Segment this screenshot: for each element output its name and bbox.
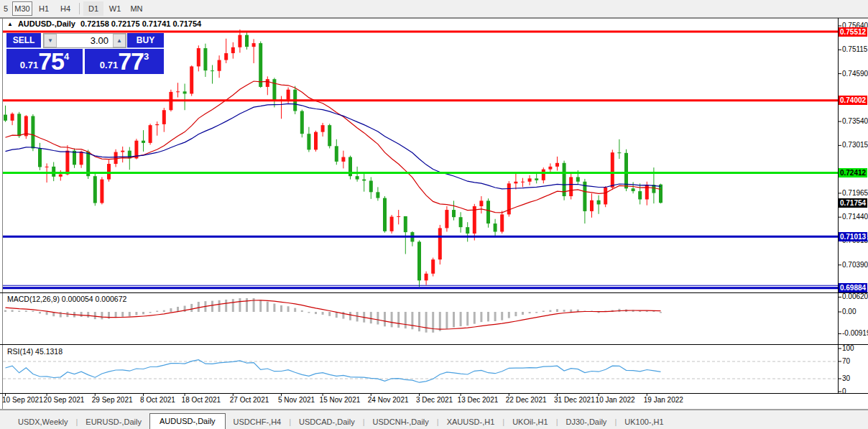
volume-input[interactable]: [57, 34, 113, 47]
price-tick-label: 0.71440: [842, 213, 868, 221]
buy-price-display[interactable]: 0.71 77 3: [85, 49, 164, 74]
toolbar-separator: [79, 3, 80, 14]
sell-price-prefix: 0.71: [20, 60, 38, 70]
rsi-tick-label: 70: [842, 357, 850, 365]
sell-price-pip: 4: [64, 51, 69, 62]
tab-usdcnh-daily[interactable]: USDCNH-,Daily: [365, 415, 437, 429]
tab-usdchf-h4[interactable]: USDCHF-,H4: [226, 415, 290, 429]
tab-audusd-daily[interactable]: AUDUSD-,Daily: [149, 413, 226, 429]
price-tick-label: 0.75115: [842, 45, 867, 53]
time-axis-label: 29 Sep 2021: [92, 396, 133, 404]
buy-button[interactable]: BUY: [127, 33, 164, 48]
buy-price-pip: 3: [144, 51, 149, 62]
symbol-label: AUDUSD-,Daily: [18, 19, 75, 28]
time-axis-label: 10 Sep 2021: [2, 396, 43, 404]
price-tick-label: 0.73015: [842, 141, 868, 149]
price-line-badge: 0.71013: [839, 232, 867, 241]
mt4-window: { "toolbar": { "timeframes": [ {"label":…: [0, 0, 868, 429]
macd-tick-label: -0.00919: [842, 329, 868, 337]
time-axis-label: 3 Dec 2021: [416, 396, 453, 404]
one-click-trade-panel: SELL ▼ ▲ BUY 0.71 75 4 0.71 77 3: [6, 33, 164, 74]
price-tick-label: 0.73540: [842, 117, 868, 125]
collapse-panel-icon[interactable]: ▲: [7, 21, 13, 27]
timeframe-button-mn[interactable]: MN: [126, 1, 147, 16]
time-axis-label: 10 Jan 2022: [596, 396, 635, 404]
timeframe-button-h1[interactable]: H1: [34, 1, 54, 16]
time-axis-label: 31 Dec 2021: [554, 396, 595, 404]
sell-price-display[interactable]: 0.71 75 4: [6, 49, 83, 74]
tab-xauusd-h1[interactable]: XAUUSD-,H1: [439, 415, 503, 429]
time-axis-label: 13 Dec 2021: [458, 396, 499, 404]
timeframe-toolbar: 5M30H1H4D1W1MN: [0, 0, 868, 18]
macd-label: MACD(12,26,9) 0.000054 0.000672: [7, 295, 126, 303]
buy-price-prefix: 0.71: [100, 60, 118, 70]
time-axis-label: 8 Oct 2021: [140, 396, 175, 404]
rsi-tick-label: 0: [842, 387, 846, 395]
rsi-tick-label: 100: [842, 344, 854, 352]
tab-eurusd-daily[interactable]: EURUSD-,Daily: [78, 415, 149, 429]
price-tick-label: 0.70390: [842, 261, 868, 269]
chart-tab-bar: USDX,Weekly|EURUSD-,DailyAUDUSD-,DailyUS…: [0, 410, 868, 429]
tab-usdx-weekly[interactable]: USDX,Weekly: [10, 415, 75, 429]
current-price-badge: 0.71754: [839, 198, 867, 208]
chart-title: ▲ AUDUSD-,Daily 0.72158 0.72175 0.71741 …: [7, 19, 201, 28]
ohlc-values: 0.72158 0.72175 0.71741 0.71754: [80, 19, 201, 28]
timeframe-button-h4[interactable]: H4: [55, 1, 75, 16]
price-line-badge: 0.72412: [839, 168, 867, 177]
rsi-tick-label: 30: [842, 374, 850, 382]
price-tick-label: 0.74590: [842, 70, 868, 78]
time-axis-label: 24 Nov 2021: [368, 396, 409, 404]
tab-uk100-h1[interactable]: UK100-,H1: [617, 415, 671, 429]
macd-tick-label: 0.00: [842, 308, 856, 315]
time-axis-label: 20 Sep 2021: [44, 396, 85, 404]
volume-increase-button[interactable]: ▲: [113, 34, 126, 47]
timeframe-button-d1[interactable]: D1: [83, 1, 103, 16]
time-axis-label: 15 Nov 2021: [320, 396, 361, 404]
price-line-badge: 0.69884: [839, 283, 867, 292]
timeframe-button-5[interactable]: 5: [1, 1, 11, 16]
rsi-label: RSI(14) 45.1318: [7, 347, 63, 356]
tab-usdcad-daily[interactable]: USDCAD-,Daily: [291, 415, 363, 429]
sell-price-big: 75: [38, 50, 64, 73]
time-axis-label: 19 Jan 2022: [644, 396, 683, 404]
time-axis-label: 22 Dec 2021: [506, 396, 547, 404]
timeframe-button-m30[interactable]: M30: [12, 1, 32, 16]
timeframe-button-w1[interactable]: W1: [105, 1, 125, 16]
tab-ukoil-h1[interactable]: UKOil-,H1: [504, 415, 556, 429]
time-axis-label: 5 Nov 2021: [278, 396, 315, 404]
time-axis-label: 27 Oct 2021: [230, 396, 269, 404]
time-axis-label: 18 Oct 2021: [182, 396, 221, 404]
price-tick-label: 0.71965: [842, 189, 868, 197]
macd-tick-label: 0.006201: [842, 292, 868, 300]
price-line-badge: 0.75512: [839, 27, 867, 37]
volume-decrease-button[interactable]: ▼: [44, 34, 57, 47]
price-line-badge: 0.74002: [839, 96, 867, 105]
buy-price-big: 77: [118, 50, 144, 73]
volume-stepper: ▼ ▲: [43, 33, 126, 48]
sell-button[interactable]: SELL: [6, 33, 41, 48]
tab-dj30-daily[interactable]: DJ30-,Daily: [558, 415, 615, 429]
